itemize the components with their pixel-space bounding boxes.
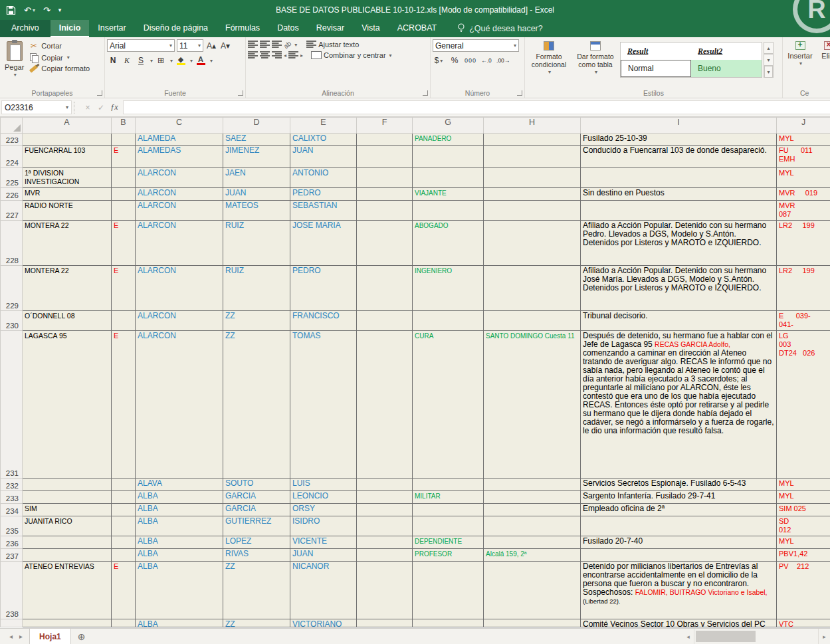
cell-H226[interactable]	[484, 188, 581, 201]
cell-A226[interactable]: MVR	[23, 188, 112, 201]
cell-F238[interactable]	[357, 562, 413, 619]
cell-C223[interactable]: ALAMEDA	[136, 134, 223, 146]
comma-style-icon[interactable]: 000	[465, 54, 476, 66]
gallery-more-icon[interactable]: ▾	[764, 66, 774, 78]
insert-cells-button[interactable]: Insertar ▾	[785, 39, 815, 87]
row-header-232[interactable]: 232	[1, 479, 23, 491]
cell-Jp16[interactable]: VTC	[777, 619, 830, 627]
cell-Ip16[interactable]: Comité Vecinos Sector 10 Obras y Servici…	[581, 619, 777, 627]
cell-E231[interactable]: TOMAS	[290, 331, 357, 479]
align-bottom-icon[interactable]	[272, 41, 282, 49]
cell-B228[interactable]: E	[112, 221, 136, 266]
cell-A231[interactable]: LAGASCA 95	[23, 331, 112, 479]
cell-E224[interactable]: JUAN	[290, 146, 357, 168]
cell-B234[interactable]	[112, 504, 136, 516]
cell-B223[interactable]	[112, 134, 136, 146]
cell-D230[interactable]: ZZ	[223, 311, 290, 331]
column-header-D[interactable]: D	[223, 118, 290, 134]
cell-D234[interactable]: GARCIA	[223, 504, 290, 516]
cell-H234[interactable]	[484, 504, 581, 516]
cell-Cp16[interactable]: ALBA	[136, 619, 223, 627]
cell-E226[interactable]: PEDRO	[290, 188, 357, 201]
cell-D238[interactable]: ZZ	[223, 562, 290, 619]
wrap-text-button[interactable]: Ajustar texto	[318, 41, 359, 49]
cell-C227[interactable]: ALARCON	[136, 201, 223, 221]
column-header-A[interactable]: A	[23, 118, 112, 134]
enter-icon[interactable]: ✓	[95, 103, 107, 112]
insert-function-icon[interactable]: ƒx	[108, 102, 120, 112]
cell-B224[interactable]: E	[112, 146, 136, 168]
cell-F230[interactable]	[357, 311, 413, 331]
cell-C235[interactable]: ALBA	[136, 516, 223, 536]
cell-C225[interactable]: ALARCON	[136, 168, 223, 188]
cell-C234[interactable]: ALBA	[136, 504, 223, 516]
name-box[interactable]: O23316 ▾	[1, 100, 72, 114]
cell-A236[interactable]	[23, 536, 112, 549]
cell-I238[interactable]: Detenido por milicianos libertarios de E…	[581, 562, 777, 619]
font-name-select[interactable]: Arial▾	[107, 39, 175, 52]
cell-A223[interactable]	[23, 134, 112, 146]
clipboard-dialog-launcher[interactable]	[97, 90, 102, 96]
decrease-indent-icon[interactable]: ◂	[284, 53, 286, 58]
cell-F229[interactable]	[357, 266, 413, 311]
tell-me-search[interactable]: ¿Qué desea hacer?	[457, 20, 543, 37]
sheet-next-icon[interactable]: ▸	[19, 633, 23, 640]
cell-C229[interactable]: ALARCON	[136, 266, 223, 311]
cell-C228[interactable]: ALARCON	[136, 221, 223, 266]
cell-F226[interactable]	[357, 188, 413, 201]
cell-D223[interactable]: SAEZ	[223, 134, 290, 146]
cell-A229[interactable]: MONTERA 22	[23, 266, 112, 311]
cell-D224[interactable]: JIMENEZ	[223, 146, 290, 168]
cell-I225[interactable]	[581, 168, 777, 188]
cell-H231[interactable]: SANTO DOMINGO Cuesta 11	[484, 331, 581, 479]
row-header-227[interactable]: 227	[1, 201, 23, 221]
cell-C238[interactable]: ALBA	[136, 562, 223, 619]
cell-Gp16[interactable]	[413, 619, 484, 627]
align-middle-icon[interactable]	[260, 41, 270, 49]
cell-E227[interactable]: SEBASTIAN	[290, 201, 357, 221]
borders-icon[interactable]: ⊞	[155, 54, 167, 66]
cell-B236[interactable]	[112, 536, 136, 549]
cell-G238[interactable]	[413, 562, 484, 619]
cell-H232[interactable]	[484, 479, 581, 491]
cell-D227[interactable]: MATEOS	[223, 201, 290, 221]
cell-I230[interactable]: Tribunal decisorio.	[581, 311, 777, 331]
cell-F233[interactable]	[357, 491, 413, 504]
row-header-224[interactable]: 224	[1, 146, 23, 168]
column-header-B[interactable]: B	[112, 118, 136, 134]
cell-H227[interactable]	[484, 201, 581, 221]
cell-J226[interactable]: MVR 019	[777, 188, 830, 201]
cell-E235[interactable]: ISIDRO	[290, 516, 357, 536]
cell-A235[interactable]: JUANITA RICO	[23, 516, 112, 536]
format-as-table-button[interactable]: Dar formato como tabla ▾	[571, 39, 620, 87]
cell-D235[interactable]: GUTIERREZ	[223, 516, 290, 536]
row-header-235[interactable]: 235	[1, 516, 23, 536]
cell-H228[interactable]	[484, 221, 581, 266]
tab-revisar[interactable]: Revisar	[308, 20, 353, 37]
increase-indent-icon[interactable]: ▸	[300, 53, 303, 58]
style-bueno[interactable]: Bueno	[691, 60, 762, 77]
cell-I228[interactable]: Afiliado a Acción Popular. Detenido con …	[581, 221, 777, 266]
font-color-icon[interactable]: A	[195, 56, 207, 65]
cell-B231[interactable]: E	[112, 331, 136, 479]
cell-J236[interactable]: MYL	[777, 536, 830, 549]
increase-decimal-icon[interactable]: ←.0	[480, 54, 492, 66]
cell-B230[interactable]	[112, 311, 136, 331]
scrollbar-thumb[interactable]	[696, 631, 756, 642]
align-right-icon[interactable]	[272, 51, 282, 59]
cell-D232[interactable]: SOUTO	[223, 479, 290, 491]
cell-E225[interactable]: ANTONIO	[290, 168, 357, 188]
cell-I224[interactable]: Conducido a Fuencarral 103 de donde desa…	[581, 146, 777, 168]
cell-A227[interactable]: RADIO NORTE	[23, 201, 112, 221]
cell-I231[interactable]: Después de detenido, su hermano fue a ha…	[581, 331, 777, 479]
customize-qat-icon[interactable]: ▾	[58, 7, 62, 13]
cell-C232[interactable]: ALAVA	[136, 479, 223, 491]
cell-C236[interactable]: ALBA	[136, 536, 223, 549]
tab-acrobat[interactable]: ACROBAT	[389, 20, 446, 37]
cell-B226[interactable]	[112, 188, 136, 201]
cell-G227[interactable]	[413, 201, 484, 221]
cell-I227[interactable]	[581, 201, 777, 221]
cell-G224[interactable]	[413, 146, 484, 168]
delete-cells-button[interactable]: Elim	[815, 39, 830, 87]
column-header-G[interactable]: G	[413, 118, 484, 134]
